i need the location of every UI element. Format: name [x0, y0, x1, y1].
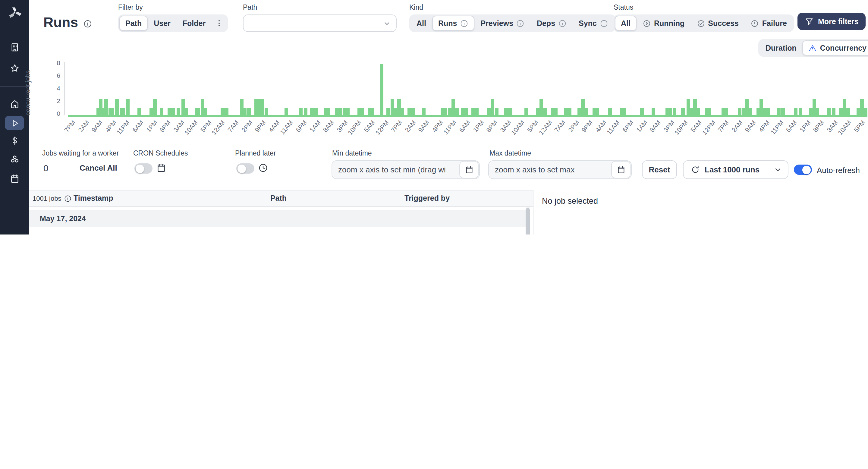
logo-icon — [7, 5, 22, 20]
kind-option-deps[interactable]: Deps — [531, 16, 572, 31]
windmill-logo[interactable] — [0, 4, 29, 22]
min-datetime-input[interactable] — [332, 165, 459, 174]
clock-icon[interactable] — [258, 163, 268, 176]
kind-segmented: AllRunsPreviewsDepsSync — [409, 14, 615, 32]
chart-bar — [781, 108, 785, 117]
chart-bar — [184, 108, 188, 117]
alert-triangle-icon — [809, 44, 817, 52]
chart-bar — [491, 99, 495, 117]
sidebar-item-usage[interactable] — [0, 130, 29, 151]
cancel-all-button[interactable]: Cancel All — [80, 163, 117, 173]
play-icon — [9, 118, 20, 128]
view-option-concurrency[interactable]: Concurrency — [803, 40, 868, 56]
chart-bar — [543, 108, 547, 117]
filter-by-option-path[interactable]: Path — [119, 16, 148, 31]
path-label: Path — [243, 4, 397, 12]
chart-xtick: 7PM — [716, 119, 730, 133]
chart-xtick: 9AM — [744, 119, 757, 133]
status-option-failure[interactable]: Failure — [745, 16, 793, 31]
calendar-icon[interactable] — [156, 163, 166, 176]
chart-xtick: 10PM — [346, 119, 363, 136]
runs-limit-button[interactable]: Last 1000 runs — [683, 160, 788, 179]
status-option-all-label: All — [621, 19, 630, 27]
sidebar-item-resources[interactable] — [0, 149, 29, 169]
kind-option-previews-label: Previews — [480, 19, 513, 27]
chart-bar — [708, 108, 711, 117]
concurrency-chart[interactable] — [64, 62, 864, 115]
column-header-timestamp[interactable]: Timestamp — [73, 190, 113, 206]
page-title-text: Runs — [43, 14, 78, 31]
more-filters-button[interactable]: More filters — [798, 13, 866, 30]
reset-button[interactable]: Reset — [642, 160, 677, 179]
chart-xtick: 1PM — [471, 119, 485, 133]
star-icon — [9, 63, 20, 73]
column-header-path[interactable]: Path — [239, 190, 318, 206]
calendar-icon — [616, 165, 625, 174]
chart-bar — [422, 108, 426, 117]
sidebar-item-workspace[interactable] — [0, 37, 29, 57]
chart-xtick: 2AM — [730, 119, 744, 133]
filter-by-option-path-label: Path — [125, 19, 142, 27]
chevron-down-icon[interactable] — [767, 165, 788, 174]
status-option-all[interactable]: All — [615, 16, 637, 31]
path-select[interactable] — [243, 14, 397, 32]
chart-xtick: 12PM — [374, 119, 390, 136]
job-count-text: 1001 jobs — [33, 195, 61, 202]
kind-option-runs-label: Runs — [438, 19, 457, 27]
filter-by-more-menu[interactable] — [212, 16, 227, 31]
chart-xtick: 1PM — [144, 119, 158, 133]
chart-xtick: 12AM — [537, 119, 553, 136]
filter-by-option-user[interactable]: User — [148, 16, 177, 31]
chart-ytick: 8 — [44, 59, 60, 66]
chart-bar — [815, 108, 819, 117]
status-option-running[interactable]: Running — [637, 16, 690, 31]
column-header-triggered-by[interactable]: Triggered by — [404, 190, 450, 206]
calendar-icon — [9, 173, 20, 184]
chart-xtick: 2PM — [567, 119, 581, 133]
kind-option-deps-label: Deps — [537, 19, 555, 27]
cron-schedules-toggle[interactable] — [134, 163, 153, 174]
page-title: Runs — [43, 14, 92, 31]
planned-later-toggle[interactable] — [236, 163, 254, 174]
chart-xtick: 11AM — [606, 119, 621, 136]
filter-by-segmented: PathUserFolder — [118, 14, 228, 32]
chart-bar — [799, 108, 802, 117]
status-option-success-label: Success — [708, 19, 738, 27]
info-icon[interactable] — [83, 19, 92, 28]
status-option-running-label: Running — [654, 19, 684, 27]
chart-bar — [738, 108, 742, 117]
calendar-icon — [156, 163, 166, 173]
chart-xtick: 9AM — [90, 119, 104, 133]
calendar-icon[interactable] — [611, 161, 630, 179]
chart-bar — [99, 99, 102, 117]
sidebar-item-runs[interactable] — [5, 116, 24, 130]
kind-option-all[interactable]: All — [410, 16, 432, 31]
chart-xtick: 7PM — [390, 119, 403, 133]
status-option-success[interactable]: Success — [690, 16, 744, 31]
view-toggle-segmented: DurationConcurrency — [758, 39, 868, 57]
home-icon — [9, 99, 20, 109]
runs-limit-label: Last 1000 runs — [705, 165, 760, 174]
kind-option-previews[interactable]: Previews — [474, 16, 530, 31]
kind-option-runs[interactable]: Runs — [432, 16, 475, 31]
chart-xtick: 11PM — [769, 119, 785, 136]
chart-xtick: 6PM — [294, 119, 308, 133]
job-count: 1001 jobs — [33, 190, 71, 206]
chart-bar — [554, 108, 558, 117]
chart-xtick: 2AM — [403, 119, 417, 133]
chart-xtick: 12AM — [210, 119, 227, 136]
auto-refresh-toggle[interactable] — [794, 164, 812, 175]
check-circle-icon — [696, 19, 705, 27]
view-option-duration[interactable]: Duration — [760, 40, 803, 56]
scrollbar-thumb[interactable] — [526, 208, 530, 234]
calendar-icon[interactable] — [459, 161, 478, 179]
info-icon[interactable] — [64, 194, 71, 202]
min-datetime-label: Min datetime — [332, 150, 372, 157]
filter-by-option-folder[interactable]: Folder — [177, 16, 212, 31]
kind-option-sync[interactable]: Sync — [572, 16, 614, 31]
chart-xtick: 11AM — [279, 119, 295, 136]
chart-bar — [673, 108, 676, 117]
sidebar-item-schedules[interactable] — [0, 168, 29, 189]
max-datetime-input[interactable] — [489, 165, 611, 174]
chart-xtick: 9PM — [253, 119, 267, 133]
